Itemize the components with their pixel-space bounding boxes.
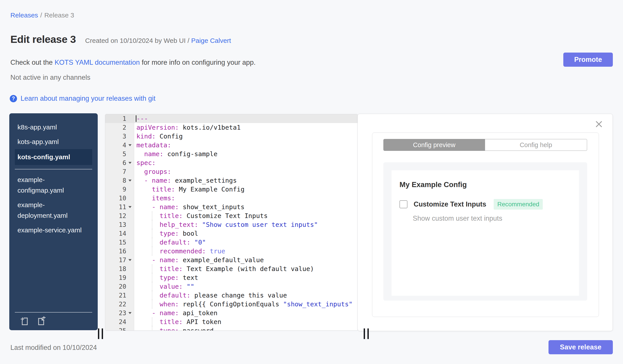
code-line-10[interactable]: 10 items: [105,194,358,202]
gutter-line-16: 16 [105,247,134,256]
git-help-row[interactable]: ? Learn about managing your releases wit… [10,95,156,102]
code-line-21[interactable]: 21 default: please change this value [105,291,358,300]
promote-button[interactable]: Promote [563,53,613,67]
fold-arrow-icon[interactable] [129,162,132,164]
gutter-line-9: 9 [105,185,134,194]
fold-arrow-icon[interactable] [129,312,132,314]
channel-status: Not active in any channels [10,74,90,81]
doc-info-line: Check out the KOTS YAML documentation fo… [10,59,256,66]
doc-suffix: for more info on configuring your app. [142,59,256,66]
sidebar-file-example-service-yaml[interactable]: example-service.yaml [15,223,92,237]
created-author-link[interactable]: Paige Calvert [191,37,231,44]
code-line-24[interactable]: 24 title: API token [105,317,358,326]
tab-config-help[interactable]: Config help [485,139,587,151]
breadcrumb-releases-link[interactable]: Releases [10,12,38,19]
preview-resize-handle[interactable] [364,328,369,339]
tab-config-preview[interactable]: Config preview [383,139,485,151]
config-group-title: My Example Config [400,181,579,189]
gutter-line-12: 12 [105,211,134,220]
breadcrumb: Releases/Release 3 [10,12,74,19]
sidebar-file-k8s-app-yaml[interactable]: k8s-app.yaml [15,120,92,135]
gutter-line-15: 15 [105,238,134,247]
created-info: Created on 10/10/2024 by Web UI / Paige … [85,37,231,44]
upload-file-icon[interactable] [20,316,30,326]
yaml-code-editor[interactable]: 1---2apiVersion: kots.io/v1beta13kind: C… [105,114,358,331]
preview-card: Config previewConfig help My Example Con… [372,133,599,317]
customize-text-inputs-checkbox[interactable] [400,200,407,208]
breadcrumb-separator: / [40,12,42,19]
preview-body: My Example Config Customize Text Inputs … [383,162,587,301]
config-item-row: Customize Text Inputs Recommended [400,199,579,210]
code-line-18[interactable]: 18 title: Text Example (with default val… [105,264,358,273]
code-line-11[interactable]: 11 - name: show_text_inputs [105,202,358,211]
code-line-22[interactable]: 22 when: repl{{ ConfigOptionEquals "show… [105,300,358,309]
sidebar-file-kots-app-yaml[interactable]: kots-app.yaml [15,135,92,149]
fold-arrow-icon[interactable] [129,206,132,208]
config-item-help: Show custom user text inputs [413,214,579,222]
created-text: Created on 10/10/2024 by Web UI / [85,37,189,44]
save-release-button[interactable]: Save release [549,340,613,354]
code-line-8[interactable]: 8 - name: example_settings [105,176,358,185]
config-form: My Example Config Customize Text Inputs … [392,170,579,296]
config-preview-panel: Config previewConfig help My Example Con… [357,114,613,331]
code-line-2[interactable]: 2apiVersion: kots.io/v1beta1 [105,123,358,132]
gutter-line-8: 8 [105,176,134,185]
code-line-15[interactable]: 15 default: "0" [105,238,358,247]
code-line-23[interactable]: 23 - name: api_token [105,309,358,317]
title-row: Edit release 3 Created on 10/10/2024 by … [10,33,231,45]
gutter-line-11: 11 [105,202,134,211]
code-line-17[interactable]: 17 - name: example_default_value [105,256,358,264]
sidebar-footer [15,312,92,330]
code-line-9[interactable]: 9 title: My Example Config [105,185,358,194]
close-icon[interactable] [595,120,603,129]
fold-arrow-icon[interactable] [129,259,132,261]
gutter-line-3: 3 [105,132,134,141]
recommended-badge: Recommended [494,199,543,210]
gutter-line-25: 25 [105,326,134,331]
code-line-16[interactable]: 16 recommended: true [105,247,358,256]
code-line-7[interactable]: 7 groups: [105,167,358,176]
code-line-4[interactable]: 4metadata: [105,141,358,150]
gutter-line-13: 13 [105,220,134,229]
page-title: Edit release 3 [10,33,76,45]
sidebar-file-kots-config-yaml[interactable]: kots-config.yaml [15,149,92,165]
kots-yaml-doc-link[interactable]: KOTS YAML documentation [55,59,140,66]
gutter-line-2: 2 [105,123,134,132]
gutter-line-1: 1 [105,114,134,123]
code-line-25[interactable]: 25 type: password [105,326,358,331]
fold-arrow-icon[interactable] [129,144,132,146]
breadcrumb-current: Release 3 [44,12,74,19]
code-line-5[interactable]: 5 name: config-sample [105,150,358,158]
code-line-14[interactable]: 14 type: bool [105,229,358,238]
code-line-13[interactable]: 13 help_text: "Show custom user text inp… [105,220,358,229]
new-file-icon[interactable] [36,316,46,326]
last-modified-text: Last modified on 10/10/2024 [10,344,97,352]
gutter-line-23: 23 [105,309,134,317]
gutter-line-4: 4 [105,141,134,150]
gutter-line-6: 6 [105,158,134,167]
sidebar-resize-handle[interactable] [98,328,103,339]
gutter-line-20: 20 [105,282,134,291]
gutter-line-19: 19 [105,273,134,282]
sidebar-file-example-deployment-yaml[interactable]: example-deployment.yaml [15,198,92,223]
main-area: k8s-app.yamlkots-app.yamlkots-config.yam… [0,113,623,330]
gutter-line-17: 17 [105,256,134,264]
code-line-6[interactable]: 6spec: [105,158,358,167]
code-line-12[interactable]: 12 title: Customize Text Inputs [105,211,358,220]
code-line-20[interactable]: 20 value: "" [105,282,358,291]
code-line-19[interactable]: 19 type: text [105,273,358,282]
code-line-3[interactable]: 3kind: Config [105,132,358,141]
preview-tabs: Config previewConfig help [383,139,587,151]
doc-prefix: Check out the [10,59,53,66]
gutter-line-24: 24 [105,317,134,326]
sidebar-file-example-configmap-yaml[interactable]: example-configmap.yaml [15,173,92,198]
gutter-line-10: 10 [105,194,134,202]
gutter-line-14: 14 [105,229,134,238]
fold-arrow-icon[interactable] [129,180,132,182]
code-line-1[interactable]: 1--- [105,114,358,123]
text-cursor [136,115,136,122]
git-help-link[interactable]: Learn about managing your releases with … [21,95,156,102]
gutter-line-21: 21 [105,291,134,300]
gutter-line-18: 18 [105,264,134,273]
config-item-label: Customize Text Inputs [414,200,486,208]
